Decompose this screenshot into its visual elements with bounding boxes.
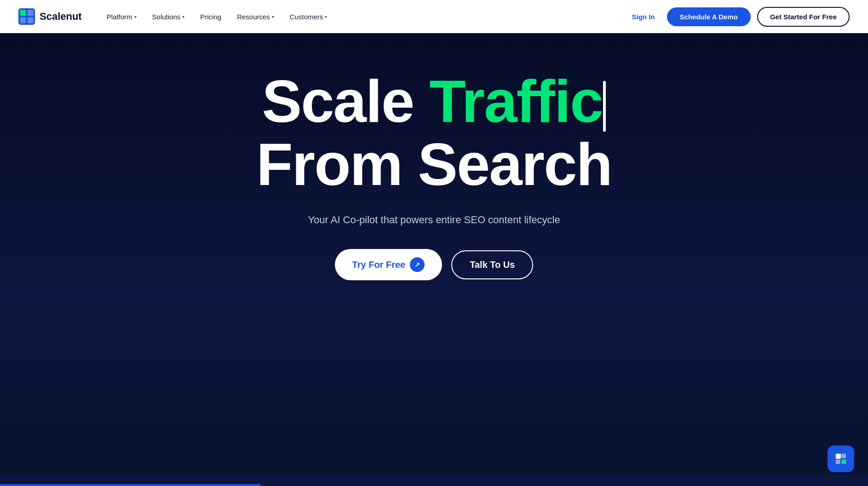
nav-actions: Sign In Schedule A Demo Get Started For … <box>627 7 850 27</box>
svg-rect-8 <box>836 459 840 464</box>
nav-item-pricing[interactable]: Pricing <box>194 9 228 24</box>
chat-icon <box>834 452 847 465</box>
hero-line2: From Search <box>256 133 612 196</box>
nav-item-platform[interactable]: Platform ▾ <box>100 9 143 24</box>
cursor-blink <box>603 81 606 132</box>
chevron-down-icon: ▾ <box>134 14 137 19</box>
try-for-free-button[interactable]: Try For Free ↗ <box>335 249 443 280</box>
get-started-free-button[interactable]: Get Started For Free <box>757 7 850 27</box>
svg-rect-7 <box>841 454 846 458</box>
hero-highlight-text: Traffic <box>429 68 602 135</box>
nav-links: Platform ▾ Solutions ▾ Pricing Resources… <box>100 9 627 24</box>
nav-item-customers[interactable]: Customers ▾ <box>283 9 334 24</box>
nav-item-solutions[interactable]: Solutions ▾ <box>146 9 191 24</box>
svg-rect-4 <box>28 17 34 23</box>
navbar: Scalenut Platform ▾ Solutions ▾ Pricing … <box>0 0 868 33</box>
hero-subtitle: Your AI Co-pilot that powers entire SEO … <box>308 214 560 226</box>
logo-text: Scalenut <box>40 11 82 23</box>
hero-section: Scale Traffic From Search Your AI Co-pil… <box>0 33 868 475</box>
svg-rect-1 <box>20 10 26 16</box>
svg-rect-3 <box>20 17 26 23</box>
chat-fab-button[interactable] <box>828 446 854 472</box>
talk-to-us-button[interactable]: Talk To Us <box>451 250 533 279</box>
svg-rect-6 <box>836 454 841 459</box>
hero-cta-group: Try For Free ↗ Talk To Us <box>335 249 534 280</box>
scroll-progress-bar <box>0 484 260 486</box>
sign-in-link[interactable]: Sign In <box>627 9 661 24</box>
svg-rect-2 <box>28 10 34 16</box>
hero-headline: Scale Traffic From Search <box>256 70 612 196</box>
svg-rect-9 <box>841 459 846 464</box>
chevron-down-icon: ▾ <box>182 14 184 19</box>
schedule-demo-button[interactable]: Schedule A Demo <box>667 7 751 26</box>
logo-link[interactable]: Scalenut <box>18 8 82 25</box>
nav-item-resources[interactable]: Resources ▾ <box>230 9 281 24</box>
arrow-icon: ↗ <box>410 257 425 272</box>
chevron-down-icon: ▾ <box>272 14 274 19</box>
logo-icon <box>18 8 35 25</box>
chevron-down-icon: ▾ <box>325 14 327 19</box>
hero-line1: Scale Traffic <box>256 70 612 133</box>
